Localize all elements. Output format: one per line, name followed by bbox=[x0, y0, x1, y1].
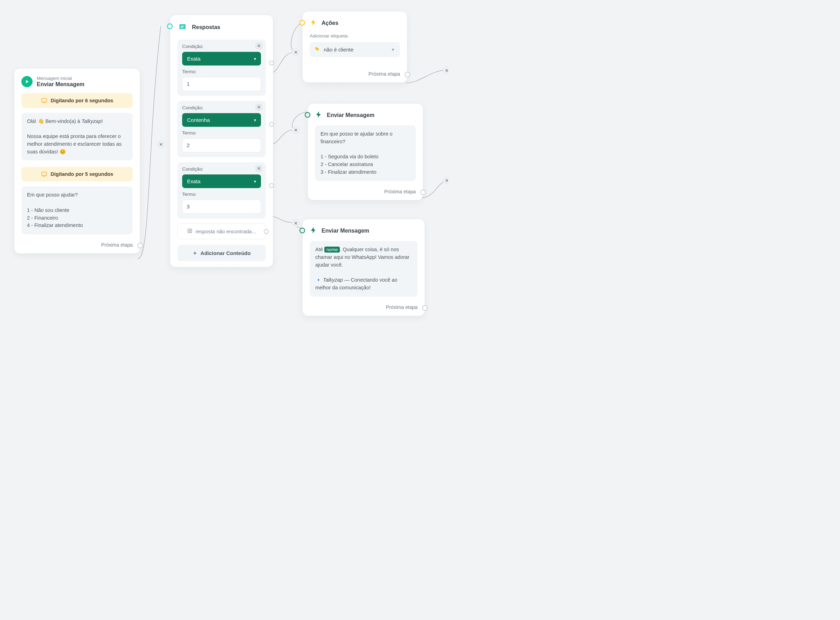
fallback-row: resposta não encontrada... bbox=[177, 223, 266, 239]
next-step-label: Próxima etapa bbox=[310, 303, 417, 310]
output-port[interactable] bbox=[137, 243, 143, 248]
remove-condition-button[interactable]: ✕ bbox=[255, 165, 262, 172]
term-label: Termo: bbox=[182, 69, 261, 74]
edge-delete-button[interactable]: ✕ bbox=[292, 48, 300, 56]
node-subtitle: Mensagem inicial bbox=[37, 76, 84, 81]
message-bubble: Olá! 👋 Bem-vindo(a) à Talkyzap! Nossa eq… bbox=[21, 113, 133, 161]
chevron-down-icon: ▾ bbox=[254, 118, 256, 123]
typing-text: Digitando por 5 segundos bbox=[51, 171, 113, 177]
close-square-icon bbox=[187, 228, 193, 235]
chat-icon bbox=[177, 22, 188, 33]
fallback-label: resposta não encontrada... bbox=[196, 229, 256, 234]
bolt-icon bbox=[315, 111, 323, 120]
input-port[interactable] bbox=[305, 112, 310, 118]
output-port[interactable] bbox=[405, 72, 410, 77]
input-port[interactable] bbox=[300, 20, 305, 26]
svg-rect-3 bbox=[181, 27, 184, 28]
remove-condition-button[interactable]: ✕ bbox=[255, 104, 262, 111]
message-bubble: Em que posso te ajudar sobre o financeir… bbox=[315, 125, 416, 181]
typing-icon bbox=[41, 97, 47, 104]
node-title: Enviar Mensagem bbox=[327, 112, 375, 118]
condition-output-port[interactable] bbox=[269, 60, 274, 66]
term-label: Termo: bbox=[182, 192, 261, 197]
add-content-label: Adicionar Conteúdo bbox=[200, 250, 250, 256]
node-title: Ações bbox=[322, 20, 339, 26]
next-step-label: Próxima etapa bbox=[310, 70, 400, 77]
svg-rect-1 bbox=[42, 172, 47, 176]
play-icon bbox=[21, 76, 33, 87]
node-send-message-bye[interactable]: Enviar Mensagem Até nome. Qualquer coisa… bbox=[302, 219, 425, 316]
input-port[interactable] bbox=[167, 24, 173, 29]
condition-select[interactable]: Contenha ▾ bbox=[182, 113, 261, 127]
condition-block: ✕ Condição: Exata ▾ Termo: 3 bbox=[177, 162, 266, 218]
term-input[interactable]: 3 bbox=[182, 200, 261, 214]
condition-label: Condição: bbox=[182, 44, 261, 49]
next-step-label: Próxima etapa bbox=[315, 187, 416, 194]
typing-icon bbox=[41, 171, 47, 177]
condition-value: Exata bbox=[187, 178, 200, 184]
svg-rect-2 bbox=[181, 26, 185, 27]
tag-value: não é cliente bbox=[324, 47, 354, 53]
node-title: Enviar Mensagem bbox=[322, 228, 369, 234]
node-send-message-finance[interactable]: Enviar Mensagem Em que posso te ajudar s… bbox=[307, 103, 423, 200]
condition-value: Contenha bbox=[187, 117, 210, 123]
bolt-icon bbox=[310, 18, 318, 28]
edge-delete-button[interactable]: ✕ bbox=[292, 126, 300, 134]
svg-rect-0 bbox=[42, 98, 47, 102]
node-responses[interactable]: Respostas ✕ Condição: Exata ▾ Termo: 1 ✕… bbox=[170, 15, 273, 267]
output-port[interactable] bbox=[422, 305, 428, 311]
message-bubble: Em que posso ajudar? 1 - Não sou cliente… bbox=[21, 187, 133, 234]
edge-delete-button[interactable]: ✕ bbox=[157, 140, 165, 148]
fallback-output-port[interactable] bbox=[264, 229, 269, 234]
node-title: Enviar Mensagem bbox=[37, 81, 84, 87]
plus-icon: ＋ bbox=[192, 250, 197, 256]
output-port[interactable] bbox=[420, 190, 426, 195]
term-label: Termo: bbox=[182, 130, 261, 135]
node-start-send-message[interactable]: Mensagem inicial Enviar Mensagem Digitan… bbox=[14, 68, 140, 254]
message-bubble: Até nome. Qualquer coisa, é só nos chama… bbox=[310, 241, 417, 297]
condition-label: Condição: bbox=[182, 105, 261, 110]
typing-indicator: Digitando por 6 segundos bbox=[21, 93, 133, 108]
condition-output-port[interactable] bbox=[269, 183, 274, 188]
tag-select[interactable]: não é cliente ▼ bbox=[310, 42, 400, 57]
tag-icon bbox=[315, 46, 320, 53]
condition-select[interactable]: Exata ▾ bbox=[182, 52, 261, 66]
field-label: Adicionar etiqueta: bbox=[310, 33, 400, 39]
term-input[interactable]: 1 bbox=[182, 77, 261, 91]
edge-delete-button[interactable]: ✕ bbox=[443, 176, 449, 184]
next-step-label: Próxima etapa bbox=[21, 241, 133, 248]
condition-label: Condição: bbox=[182, 166, 261, 172]
chevron-down-icon: ▾ bbox=[254, 179, 256, 184]
edge-delete-button[interactable]: ✕ bbox=[292, 219, 300, 227]
node-actions[interactable]: Ações Adicionar etiqueta: não é cliente … bbox=[302, 11, 407, 83]
bolt-icon bbox=[310, 226, 318, 235]
condition-select[interactable]: Exata ▾ bbox=[182, 175, 261, 188]
node-title: Respostas bbox=[192, 24, 220, 30]
typing-text: Digitando por 6 segundos bbox=[51, 98, 113, 103]
condition-output-port[interactable] bbox=[269, 122, 274, 127]
remove-condition-button[interactable]: ✕ bbox=[255, 42, 262, 50]
variable-chip: nome bbox=[324, 247, 340, 253]
chevron-down-icon: ▼ bbox=[391, 47, 395, 52]
edge-delete-button[interactable]: ✕ bbox=[443, 66, 449, 74]
condition-value: Exata bbox=[187, 56, 200, 62]
input-port[interactable] bbox=[300, 228, 305, 233]
chevron-down-icon: ▾ bbox=[254, 56, 256, 61]
typing-indicator: Digitando por 5 segundos bbox=[21, 167, 133, 181]
condition-block: ✕ Condição: Contenha ▾ Termo: 2 bbox=[177, 101, 266, 157]
condition-block: ✕ Condição: Exata ▾ Termo: 1 bbox=[177, 39, 266, 96]
term-input[interactable]: 2 bbox=[182, 138, 261, 152]
add-content-button[interactable]: ＋ Adicionar Conteúdo bbox=[177, 245, 266, 261]
